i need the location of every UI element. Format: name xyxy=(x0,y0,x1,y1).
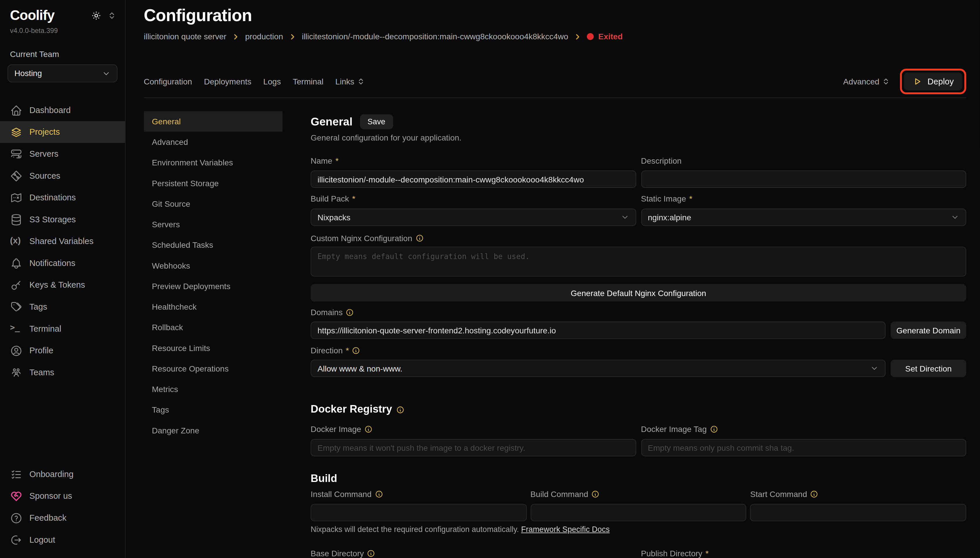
sidebar-item-keys-tokens[interactable]: Keys & Tokens xyxy=(0,274,125,296)
sidebar-item-feedback[interactable]: Feedback xyxy=(0,507,125,529)
install-command-label: Install Command xyxy=(311,489,527,499)
nixpacks-note: Nixpacks will detect the required config… xyxy=(311,525,966,534)
subnav-metrics[interactable]: Metrics xyxy=(144,379,282,400)
theme-selector-icon[interactable] xyxy=(107,11,116,20)
subnav-danger-zone[interactable]: Danger Zone xyxy=(144,420,282,441)
tab-logs[interactable]: Logs xyxy=(264,77,281,86)
home-icon xyxy=(10,104,23,117)
settings-subnav: General Advanced Environment Variables P… xyxy=(144,111,282,558)
advanced-dropdown[interactable]: Advanced xyxy=(843,77,890,86)
database-icon xyxy=(10,213,23,225)
set-direction-button[interactable]: Set Direction xyxy=(891,359,966,377)
install-command-input[interactable] xyxy=(311,504,527,521)
key-icon xyxy=(10,279,23,291)
subnav-servers[interactable]: Servers xyxy=(144,214,282,235)
tab-configuration[interactable]: Configuration xyxy=(144,77,192,86)
subnav-preview-deployments[interactable]: Preview Deployments xyxy=(144,276,282,296)
chevron-down-icon xyxy=(620,213,629,222)
tab-links[interactable]: Links xyxy=(336,77,365,86)
chevron-right-icon xyxy=(232,33,240,40)
subnav-resource-limits[interactable]: Resource Limits xyxy=(144,338,282,358)
docker-image-label: Docker Image xyxy=(311,424,636,434)
custom-nginx-textarea[interactable] xyxy=(311,247,966,277)
info-icon xyxy=(810,490,818,498)
section-title-general: General xyxy=(311,115,352,128)
breadcrumb-project[interactable]: illicitonion quote server xyxy=(144,32,227,41)
chevron-down-icon xyxy=(950,213,959,222)
info-icon xyxy=(364,425,372,433)
team-select[interactable]: Hosting xyxy=(8,64,117,82)
name-input[interactable] xyxy=(311,171,636,188)
custom-nginx-label: Custom Nginx Configuration xyxy=(311,234,966,243)
sidebar-item-shared-variables[interactable]: (x) Shared Variables xyxy=(0,230,125,253)
info-icon xyxy=(415,234,423,242)
domains-label: Domains xyxy=(311,308,966,317)
generate-domain-button[interactable]: Generate Domain xyxy=(891,322,966,339)
subnav-git-source[interactable]: Git Source xyxy=(144,194,282,214)
layers-icon xyxy=(10,126,23,138)
info-icon xyxy=(591,490,600,498)
subnav-rollback[interactable]: Rollback xyxy=(144,317,282,338)
build-command-label: Build Command xyxy=(530,489,746,499)
subnav-healthcheck[interactable]: Healthcheck xyxy=(144,297,282,317)
play-icon xyxy=(912,77,922,86)
description-label: Description xyxy=(641,156,966,166)
sidebar-item-dashboard[interactable]: Dashboard xyxy=(0,99,125,121)
sidebar-item-profile[interactable]: Profile xyxy=(0,340,125,362)
description-input[interactable] xyxy=(641,171,966,188)
subnav-advanced[interactable]: Advanced xyxy=(144,132,282,153)
sidebar-item-servers[interactable]: Servers xyxy=(0,143,125,165)
generate-nginx-button[interactable]: Generate Default Nginx Configuration xyxy=(311,284,966,302)
framework-docs-link[interactable]: Framework Specific Docs xyxy=(521,525,609,534)
build-command-input[interactable] xyxy=(530,504,746,521)
tab-divider xyxy=(144,97,967,98)
domains-input[interactable] xyxy=(311,322,886,339)
page-title: Configuration xyxy=(144,7,967,26)
breadcrumb-environment[interactable]: production xyxy=(245,32,283,41)
sidebar: Coolify v4.0.0-beta.399 Current Team Hos… xyxy=(0,0,125,558)
checklist-icon xyxy=(10,468,23,480)
subnav-general[interactable]: General xyxy=(144,111,282,131)
tab-terminal[interactable]: Terminal xyxy=(293,77,323,86)
sidebar-item-teams[interactable]: Teams xyxy=(0,361,125,383)
breadcrumb-application[interactable]: illicitestonion/-module--decomposition:m… xyxy=(302,32,568,41)
section-subtitle: General configuration for your applicati… xyxy=(311,133,966,142)
sidebar-item-tags[interactable]: Tags xyxy=(0,296,125,318)
info-icon xyxy=(710,425,718,433)
deploy-button[interactable]: Deploy xyxy=(904,72,962,90)
deploy-annotation-box: Deploy xyxy=(900,69,966,95)
sidebar-item-projects[interactable]: Projects xyxy=(0,121,125,143)
theme-sun-icon[interactable] xyxy=(91,11,101,21)
status-dot-icon xyxy=(587,33,594,40)
sidebar-item-destinations[interactable]: Destinations xyxy=(0,187,125,209)
variables-icon: (x) xyxy=(10,235,23,248)
sidebar-item-s3-storages[interactable]: S3 Storages xyxy=(0,208,125,230)
save-button[interactable]: Save xyxy=(360,114,393,129)
app-logo: Coolify xyxy=(10,8,54,24)
info-icon xyxy=(375,490,383,498)
subnav-tags[interactable]: Tags xyxy=(144,400,282,420)
sidebar-item-terminal[interactable]: >_ Terminal xyxy=(0,318,125,340)
subnav-resource-operations[interactable]: Resource Operations xyxy=(144,358,282,379)
subnav-webhooks[interactable]: Webhooks xyxy=(144,255,282,276)
section-title-docker-registry: Docker Registry xyxy=(311,403,966,416)
sidebar-item-logout[interactable]: Logout xyxy=(0,529,125,551)
tag-icon xyxy=(10,301,23,313)
docker-image-tag-input[interactable] xyxy=(641,439,966,456)
static-image-select[interactable]: nginx:alpine xyxy=(641,208,966,226)
sidebar-item-onboarding[interactable]: Onboarding xyxy=(0,463,125,485)
sidebar-item-sources[interactable]: Sources xyxy=(0,165,125,187)
build-pack-select[interactable]: Nixpacks xyxy=(311,208,636,226)
sidebar-item-notifications[interactable]: Notifications xyxy=(0,252,125,274)
start-command-input[interactable] xyxy=(750,504,966,521)
info-icon xyxy=(397,405,405,414)
sidebar-item-sponsor[interactable]: Sponsor us xyxy=(0,485,125,507)
tab-deployments[interactable]: Deployments xyxy=(204,77,252,86)
info-icon xyxy=(352,346,360,354)
subnav-scheduled-tasks[interactable]: Scheduled Tasks xyxy=(144,235,282,255)
info-icon xyxy=(346,309,354,317)
subnav-environment-variables[interactable]: Environment Variables xyxy=(144,153,282,173)
docker-image-input[interactable] xyxy=(311,439,636,456)
subnav-persistent-storage[interactable]: Persistent Storage xyxy=(144,173,282,194)
direction-select[interactable]: Allow www & non-www. xyxy=(311,359,886,377)
